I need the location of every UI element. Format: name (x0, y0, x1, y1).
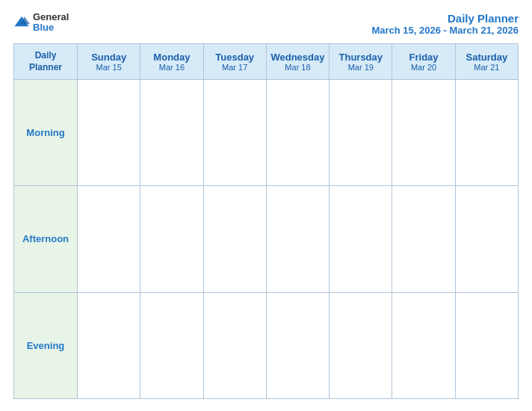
afternoon-saturday[interactable] (455, 186, 518, 292)
morning-wednesday[interactable] (266, 80, 329, 186)
evening-sunday[interactable] (78, 292, 140, 398)
col-sunday: Sunday Mar 15 (78, 44, 140, 80)
evening-wednesday[interactable] (266, 292, 329, 398)
afternoon-row: Afternoon (14, 186, 519, 292)
table-label-header: Daily Planner (14, 44, 78, 80)
afternoon-thursday[interactable] (330, 186, 392, 292)
evening-row: Evening (14, 292, 519, 398)
logo-blue-text: Blue (33, 22, 69, 33)
morning-saturday[interactable] (455, 80, 518, 186)
logo-general-text: General (33, 12, 69, 22)
morning-sunday[interactable] (78, 80, 140, 186)
logo: General Blue (13, 12, 69, 34)
col-friday: Friday Mar 20 (392, 44, 455, 80)
logo-icon (13, 14, 30, 31)
afternoon-monday[interactable] (140, 186, 203, 292)
morning-row: Morning (14, 80, 519, 186)
evening-monday[interactable] (140, 292, 203, 398)
calendar-header-row: Daily Planner Sunday Mar 15 Monday Mar 1… (14, 44, 519, 80)
morning-friday[interactable] (392, 80, 455, 186)
col-thursday: Thursday Mar 19 (330, 44, 392, 80)
afternoon-wednesday[interactable] (266, 186, 329, 292)
calendar-table: Daily Planner Sunday Mar 15 Monday Mar 1… (13, 43, 519, 399)
morning-thursday[interactable] (330, 80, 392, 186)
morning-tuesday[interactable] (203, 80, 266, 186)
afternoon-friday[interactable] (392, 186, 455, 292)
evening-tuesday[interactable] (203, 292, 266, 398)
col-tuesday: Tuesday Mar 17 (203, 44, 266, 80)
afternoon-label: Afternoon (14, 186, 78, 292)
evening-friday[interactable] (392, 292, 455, 398)
afternoon-sunday[interactable] (78, 186, 140, 292)
col-monday: Monday Mar 16 (140, 44, 203, 80)
morning-label: Morning (14, 80, 78, 186)
planner-title: Daily Planner (371, 12, 519, 25)
evening-thursday[interactable] (330, 292, 392, 398)
evening-saturday[interactable] (455, 292, 518, 398)
planner-dates: March 15, 2026 - March 21, 2026 (371, 25, 519, 36)
afternoon-tuesday[interactable] (203, 186, 266, 292)
col-wednesday: Wednesday Mar 18 (266, 44, 329, 80)
col-saturday: Saturday Mar 21 (455, 44, 518, 80)
evening-label: Evening (14, 292, 78, 398)
morning-monday[interactable] (140, 80, 203, 186)
title-block: Daily Planner March 15, 2026 - March 21,… (371, 12, 519, 36)
page-header: General Blue Daily Planner March 15, 202… (13, 12, 519, 36)
